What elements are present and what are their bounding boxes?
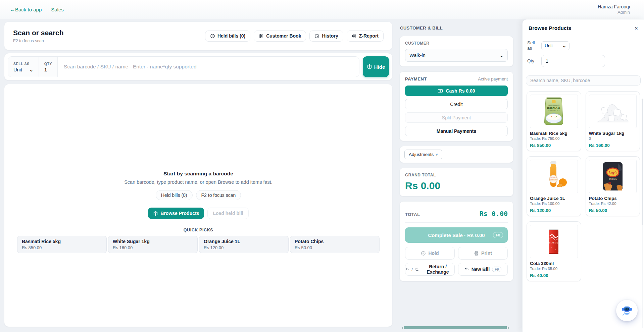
- quick-pick-price: Rs 160.00: [113, 245, 193, 250]
- scan-input-row: SELL AS Unit ⌄ QTY 1: [8, 56, 359, 77]
- new-bill-button[interactable]: New Bill F9: [458, 263, 508, 276]
- close-icon[interactable]: ×: [635, 25, 638, 31]
- print-button[interactable]: Print: [458, 247, 508, 260]
- payment-label: PAYMENT: [405, 76, 427, 81]
- svg-text:TRADITIONAL RICE: TRADITIONAL RICE: [548, 110, 560, 111]
- quick-pick-item[interactable]: Orange Juice 1L Rs 120.00: [199, 236, 289, 253]
- nav-links: ←Back to app Sales: [10, 7, 64, 12]
- product-card-cola[interactable]: CLASSIC Cola 330ml Trade: Rs 35.00 Rs 40…: [527, 221, 581, 281]
- qty-input[interactable]: [541, 55, 605, 67]
- sell-as-select[interactable]: Unit ⌄: [13, 67, 33, 72]
- empty-state-subtitle: Scan barcode, type product name, or open…: [4, 179, 392, 185]
- refresh-icon: [415, 267, 419, 272]
- cash-payment-button[interactable]: Cash Rs 0.00: [405, 86, 508, 96]
- held-bills-pill[interactable]: Held bills (0): [156, 190, 193, 200]
- qty-input-value[interactable]: 1: [44, 67, 52, 72]
- quick-pick-item[interactable]: White Sugar 1kg Rs 160.00: [108, 236, 198, 253]
- scan-options-segment: SELL AS Unit ⌄ QTY 1: [8, 57, 58, 77]
- secondary-actions: Hold Print: [405, 247, 508, 260]
- customer-book-button[interactable]: Customer Book: [254, 31, 306, 42]
- return-exchange-button[interactable]: / Return / Exchange: [405, 263, 455, 276]
- browse-products-panel: Browse Products × Sell as Unit ⌄ Qty: [522, 19, 644, 332]
- browse-products-header: Browse Products ×: [523, 19, 644, 36]
- scrollbar-thumb[interactable]: [642, 99, 643, 225]
- product-price: Rs 50.00: [589, 208, 637, 213]
- scan-input-card: SELL AS Unit ⌄ QTY 1 Hide: [4, 53, 393, 80]
- sell-as-select[interactable]: Unit ⌄: [541, 41, 569, 50]
- history-button[interactable]: History: [309, 31, 343, 42]
- product-card-potato-chips[interactable]: Lay's ORIGINAL Potato Chips Trade: Rs 42…: [586, 156, 640, 216]
- svg-text:Lay's: Lay's: [608, 170, 617, 175]
- user-name: Hamza Farooqi: [598, 4, 630, 10]
- adjustments-card: Adjustments ˅: [399, 146, 513, 163]
- svg-text:PREMIUM QUALITY: PREMIUM QUALITY: [548, 105, 560, 106]
- header-toolbar: Held bills (0) Customer Book History Z-R…: [205, 31, 384, 42]
- product-image-basmati-rice: PREMIUM QUALITY BASMATI TRADITIONAL RICE: [530, 95, 578, 128]
- robot-icon: [620, 303, 634, 318]
- customer-select[interactable]: Walk-in ⌄: [405, 49, 508, 62]
- focus-scan-pill[interactable]: F2 to focus scan: [196, 190, 241, 200]
- hold-button[interactable]: Hold: [405, 247, 455, 260]
- credit-payment-button[interactable]: Credit: [405, 99, 508, 109]
- payment-methods: Cash Rs 0.00 Credit Split Payment Manual…: [405, 86, 508, 136]
- empty-state-actions: Browse Products Load held bill: [4, 208, 392, 219]
- new-bill-label: New Bill: [472, 267, 490, 272]
- total-value: Rs 0.00: [480, 210, 508, 218]
- manual-payments-button[interactable]: Manual Payments: [405, 126, 508, 136]
- quick-pick-item[interactable]: Basmati Rice 5kg Rs 850.00: [17, 236, 107, 253]
- grand-total-card: GRAND TOTAL Rs 0.00: [399, 168, 513, 197]
- adjustments-button[interactable]: Adjustments ˅: [404, 150, 442, 159]
- product-name: White Sugar 1kg: [589, 131, 637, 136]
- product-card-basmati-rice[interactable]: PREMIUM QUALITY BASMATI TRADITIONAL RICE…: [527, 91, 581, 151]
- split-payment-button[interactable]: Split Payment: [405, 112, 508, 123]
- product-trade-price: Trade: Rs 35.00: [530, 267, 578, 271]
- qty-label: Qty: [527, 58, 537, 64]
- hide-browse-button[interactable]: Hide: [363, 56, 389, 77]
- total-label: TOTAL: [405, 212, 420, 217]
- scroll-right-arrow[interactable]: [508, 327, 509, 329]
- product-image-orange-juice: FRESHLY SQUEEZED: [530, 160, 578, 193]
- product-card-white-sugar[interactable]: White Sugar 1kg 0 Rs 160.00: [586, 91, 640, 151]
- quick-pick-item[interactable]: Potato Chips Rs 50.00: [290, 236, 380, 253]
- svg-text:CLASSIC: CLASSIC: [549, 242, 558, 244]
- sell-as-value: Unit: [545, 43, 553, 48]
- chevron-down-icon: ⌄: [562, 44, 566, 48]
- tertiary-actions: / Return / Exchange New Bill F9: [405, 263, 508, 276]
- sell-as-row: Sell as Unit ⌄: [527, 40, 639, 51]
- page-subtitle: F2 to focus scan: [13, 39, 64, 43]
- product-name: Orange Juice 1L: [530, 196, 578, 201]
- scan-barcode-input[interactable]: [58, 57, 359, 77]
- complete-sale-button[interactable]: Complete Sale · Rs 0.00 F8: [405, 227, 508, 243]
- quick-pick-name: Orange Juice 1L: [204, 239, 284, 244]
- held-bills-button[interactable]: Held bills (0): [205, 31, 250, 42]
- load-held-bill-button[interactable]: Load held bill: [207, 208, 248, 219]
- customer-bill-panel: CUSTOMER & BILL CUSTOMER Walk-in ⌄ PAYME…: [399, 24, 513, 281]
- product-trade-price: Trade: Rs 42.00: [589, 202, 637, 206]
- adjustments-label: Adjustments: [409, 152, 434, 157]
- chevron-down-icon: ⌄: [500, 53, 503, 58]
- svg-text:BASMATI: BASMATI: [547, 106, 561, 110]
- empty-state-title: Start by scanning a barcode: [4, 84, 392, 177]
- browse-products-button[interactable]: Browse Products: [148, 208, 204, 219]
- horizontal-scrollbar[interactable]: [401, 326, 509, 330]
- product-name: Cola 330ml: [530, 261, 578, 266]
- product-search-input[interactable]: [526, 75, 641, 86]
- f8-shortcut-badge: F8: [493, 232, 503, 238]
- back-to-app-link[interactable]: ←Back to app: [10, 7, 42, 12]
- sales-link[interactable]: Sales: [51, 7, 64, 12]
- chat-assistant-button[interactable]: [616, 300, 638, 321]
- payment-header: PAYMENT Active payment: [405, 76, 508, 81]
- scroll-left-arrow[interactable]: [401, 327, 403, 329]
- quick-picks-title: QUICK PICKS: [4, 228, 392, 232]
- product-card-orange-juice[interactable]: FRESHLY SQUEEZED Orange Juice 1L Trade: …: [527, 156, 581, 216]
- z-report-button[interactable]: Z-Report: [347, 31, 384, 42]
- vertical-scrollbar[interactable]: [642, 99, 643, 328]
- clock-icon: [314, 34, 319, 39]
- scrollbar-thumb[interactable]: [404, 326, 507, 329]
- product-image-potato-chips: Lay's ORIGINAL: [589, 160, 637, 193]
- product-trade-price: Trade: Rs 750.00: [530, 136, 578, 141]
- slash-separator: /: [411, 267, 413, 272]
- product-price: Rs 120.00: [530, 208, 578, 213]
- printer-icon: [474, 251, 479, 256]
- scan-header-card: Scan or search F2 to focus scan Held bil…: [4, 21, 393, 50]
